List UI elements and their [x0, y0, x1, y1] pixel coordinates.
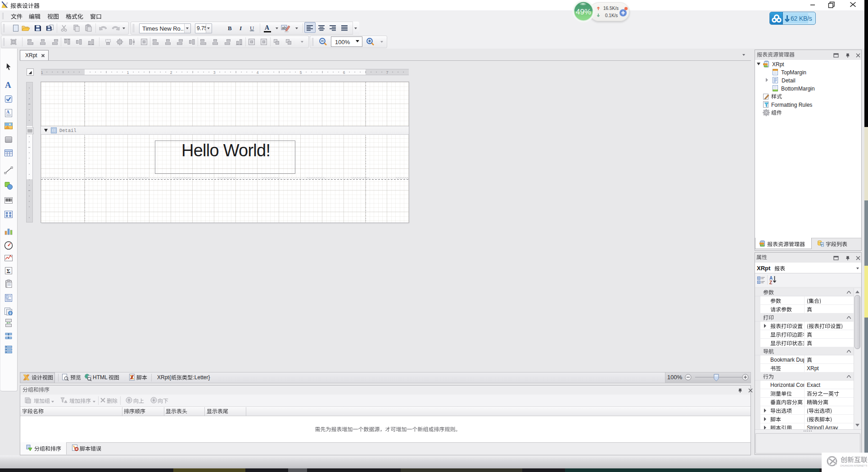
- svg-text:A: A: [769, 276, 773, 281]
- svg-text:4: 4: [257, 70, 259, 75]
- svg-text:A: A: [5, 80, 11, 90]
- svg-text:1: 1: [127, 70, 129, 75]
- svg-text:A: A: [6, 109, 10, 114]
- svg-text:6: 6: [343, 70, 345, 75]
- svg-text:ab: ab: [282, 26, 286, 30]
- svg-text:5: 5: [300, 70, 302, 75]
- svg-text:Z: Z: [769, 280, 772, 285]
- svg-text:1: 1: [41, 70, 43, 75]
- svg-text:2: 2: [170, 70, 172, 75]
- svg-text:3: 3: [213, 70, 216, 75]
- svg-text:7: 7: [386, 70, 389, 75]
- svg-text:49%: 49%: [576, 8, 591, 16]
- svg-text:Σ: Σ: [7, 268, 11, 274]
